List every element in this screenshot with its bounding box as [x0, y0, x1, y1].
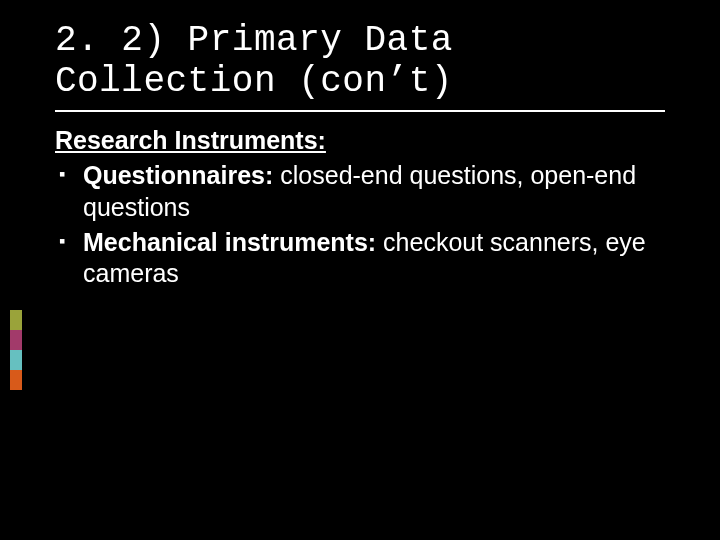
list-item: Questionnaires: closed-end questions, op… — [55, 160, 675, 223]
slide: 2. 2) Primary Data Collection (con’t) Re… — [0, 0, 720, 540]
accent-bar — [10, 350, 22, 370]
list-item: Mechanical instruments: checkout scanner… — [55, 227, 675, 290]
title-underline — [55, 110, 665, 112]
bullet-bold: Mechanical instruments: — [83, 228, 376, 256]
slide-body: Research Instruments: Questionnaires: cl… — [55, 125, 675, 293]
bullet-list: Questionnaires: closed-end questions, op… — [55, 160, 675, 289]
subheading: Research Instruments: — [55, 125, 675, 156]
accent-bar — [10, 330, 22, 350]
accent-bars — [10, 310, 22, 390]
accent-bar — [10, 310, 22, 330]
slide-title: 2. 2) Primary Data Collection (con’t) — [55, 20, 685, 103]
accent-bar — [10, 370, 22, 390]
bullet-bold: Questionnaires: — [83, 161, 273, 189]
